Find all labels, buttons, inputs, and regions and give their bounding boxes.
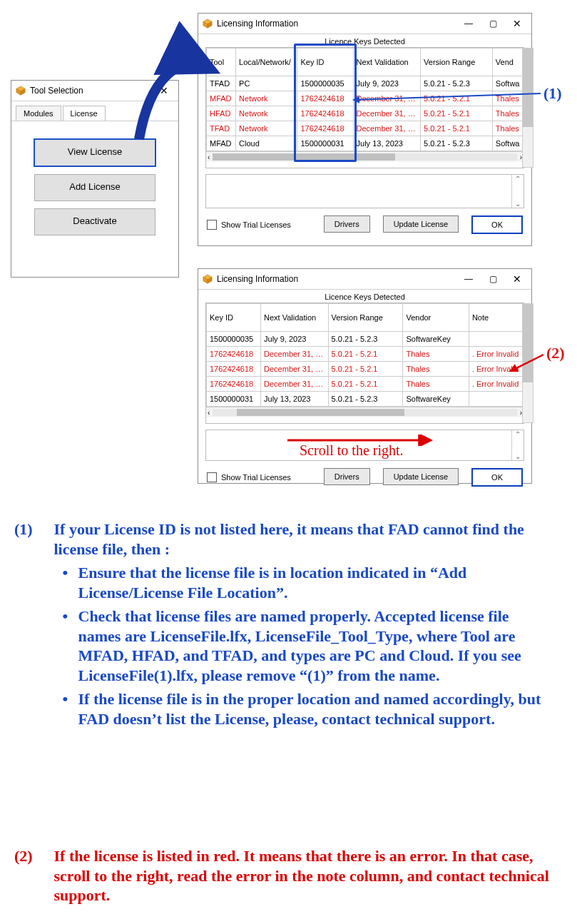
col-version[interactable]: Version Range <box>421 49 493 76</box>
licensing-titlebar-1: Licensing Information — ▢ ✕ <box>198 14 531 34</box>
instruction-1: (1) If your License ID is not listed her… <box>14 519 556 733</box>
table-row[interactable]: 1762424618December 31, 20...5.0.21 - 5.2… <box>207 362 524 377</box>
update-license-button[interactable]: Update License <box>383 215 459 233</box>
textbox-scrollbar[interactable]: ⌃⌄ <box>511 430 524 460</box>
table-row[interactable]: MFADNetwork1762424618December 31, 20...5… <box>207 91 524 106</box>
licensing-titlebar-2: Licensing Information — ▢ ✕ <box>198 269 531 290</box>
show-trial-checkbox[interactable]: Show Trial Licenses <box>207 220 291 230</box>
cell-version: 5.0.21 - 5.2.1 <box>421 106 493 121</box>
cell-version: 5.0.21 - 5.2.3 <box>328 332 403 347</box>
tab-license[interactable]: License <box>63 106 106 121</box>
cell-local: Network <box>236 91 297 106</box>
col-version[interactable]: Version Range <box>328 304 403 332</box>
vertical-scrollbar[interactable] <box>522 303 533 423</box>
cell-vendor: Thales <box>492 106 523 121</box>
instruction-1-num: (1) <box>14 519 50 539</box>
cell-vendor: SoftwareKey <box>403 392 469 407</box>
view-license-button[interactable]: View License <box>34 138 156 167</box>
table-row[interactable]: HFADNetwork1762424618December 31, 20...5… <box>207 106 524 121</box>
maximize-button[interactable]: ▢ <box>481 271 504 287</box>
table-row[interactable]: 1500000031July 13, 20235.0.21 - 5.2.3Sof… <box>207 392 524 407</box>
col-keyid[interactable]: Key ID <box>297 49 353 76</box>
tool-selection-titlebar: Tool Selection ✕ <box>11 81 178 101</box>
cell-next: December 31, 20... <box>261 377 329 392</box>
table-row[interactable]: 1500000035July 9, 20235.0.21 - 5.2.3Soft… <box>207 332 524 347</box>
col-local[interactable]: Local/Network/ <box>236 49 297 76</box>
cell-version: 5.0.21 - 5.2.3 <box>421 136 493 151</box>
callout-1-label: (1) <box>543 84 562 103</box>
add-license-button[interactable]: Add License <box>34 174 155 201</box>
cell-local: Network <box>236 121 297 136</box>
deactivate-button[interactable]: Deactivate <box>34 208 155 235</box>
drivers-button[interactable]: Drivers <box>324 215 370 233</box>
col-next[interactable]: Next Validation <box>353 49 421 76</box>
cell-vendor: Softwa <box>492 136 523 151</box>
minimize-button[interactable]: — <box>457 16 480 31</box>
scroll-hint-label: Scroll to the right. <box>300 442 404 459</box>
license-table-1: Tool Local/Network/ Key ID Next Validati… <box>206 48 524 151</box>
cell-tool: HFAD <box>207 106 236 121</box>
instruction-2: (2) If the license is listed in red. It … <box>14 846 556 905</box>
cell-keyid: 1762424618 <box>297 121 353 136</box>
cell-keyid: 1500000035 <box>297 76 353 91</box>
cell-vendor: Softwa <box>492 76 523 91</box>
instruction-bullet: Ensure that the license file is in locat… <box>78 563 553 602</box>
cell-next: July 13, 2023 <box>261 392 329 407</box>
cell-local: PC <box>236 76 297 91</box>
cube-icon <box>16 86 26 96</box>
licensing-title: Licensing Information <box>217 19 298 29</box>
table-row[interactable]: MFADCloud1500000031July 13, 20235.0.21 -… <box>207 136 524 151</box>
tool-selection-title: Tool Selection <box>30 86 83 96</box>
tab-modules[interactable]: Modules <box>16 106 61 121</box>
cell-next: December 31, 20... <box>353 121 421 136</box>
table-heading: Licence Keys Detected <box>198 290 531 303</box>
cell-version: 5.0.21 - 5.2.1 <box>328 377 403 392</box>
callout-2-label: (2) <box>546 344 565 362</box>
cell-tool: TFAD <box>207 121 236 136</box>
table-row[interactable]: TFADPC1500000035July 9, 20235.0.21 - 5.2… <box>207 76 524 91</box>
textbox-scrollbar[interactable]: ⌃⌄ <box>511 175 524 208</box>
table-row[interactable]: 1762424618December 31, 20...5.0.21 - 5.2… <box>207 377 524 392</box>
minimize-button[interactable]: — <box>457 271 480 287</box>
cell-vendor: Thales <box>403 362 469 377</box>
close-button[interactable]: ✕ <box>153 83 175 98</box>
cell-next: December 31, 20... <box>353 106 421 121</box>
col-note[interactable]: Note <box>469 304 523 332</box>
cell-version: 5.0.21 - 5.2.1 <box>421 121 493 136</box>
show-trial-checkbox[interactable]: Show Trial Licenses <box>207 472 291 482</box>
cell-vendor: Thales <box>492 121 523 136</box>
col-vendor[interactable]: Vendor <box>403 304 469 332</box>
instruction-bullet: Check that license files are named prope… <box>78 606 553 685</box>
cell-note <box>469 392 523 407</box>
col-vendor[interactable]: Vend <box>492 49 523 76</box>
cell-keyid: 1500000031 <box>207 392 261 407</box>
cell-vendor: Thales <box>492 91 523 106</box>
update-license-button[interactable]: Update License <box>383 468 459 485</box>
close-button[interactable]: ✕ <box>506 271 529 287</box>
col-keyid[interactable]: Key ID <box>207 304 261 332</box>
table-row[interactable]: TFADNetwork1762424618December 31, 20...5… <box>207 121 524 136</box>
maximize-button[interactable]: ▢ <box>481 16 504 31</box>
cell-tool: MFAD <box>207 91 236 106</box>
cell-note: . Error Invalid <box>469 377 523 392</box>
table-row[interactable]: 1762424618December 31, 20...5.0.21 - 5.2… <box>207 347 524 362</box>
ok-button[interactable]: OK <box>471 215 523 234</box>
cell-next: July 13, 2023 <box>353 136 421 151</box>
cell-vendor: Thales <box>403 347 469 362</box>
cell-version: 5.0.21 - 5.2.3 <box>421 76 493 91</box>
cell-keyid: 1762424618 <box>207 362 261 377</box>
col-next[interactable]: Next Validation <box>261 304 329 332</box>
cube-icon <box>203 19 213 29</box>
ok-button[interactable]: OK <box>471 468 523 487</box>
vertical-scrollbar[interactable] <box>522 48 533 168</box>
cell-tool: TFAD <box>207 76 236 91</box>
show-trial-label: Show Trial Licenses <box>221 473 291 482</box>
cell-vendor: SoftwareKey <box>403 332 469 347</box>
close-button[interactable]: ✕ <box>506 16 529 31</box>
cell-version: 5.0.21 - 5.2.1 <box>421 91 493 106</box>
horizontal-scrollbar[interactable]: ‹› <box>206 407 524 417</box>
cell-note: . Error Invalid <box>469 347 523 362</box>
drivers-button[interactable]: Drivers <box>324 468 370 485</box>
horizontal-scrollbar[interactable]: ‹› <box>206 151 524 162</box>
col-tool[interactable]: Tool <box>207 49 236 76</box>
